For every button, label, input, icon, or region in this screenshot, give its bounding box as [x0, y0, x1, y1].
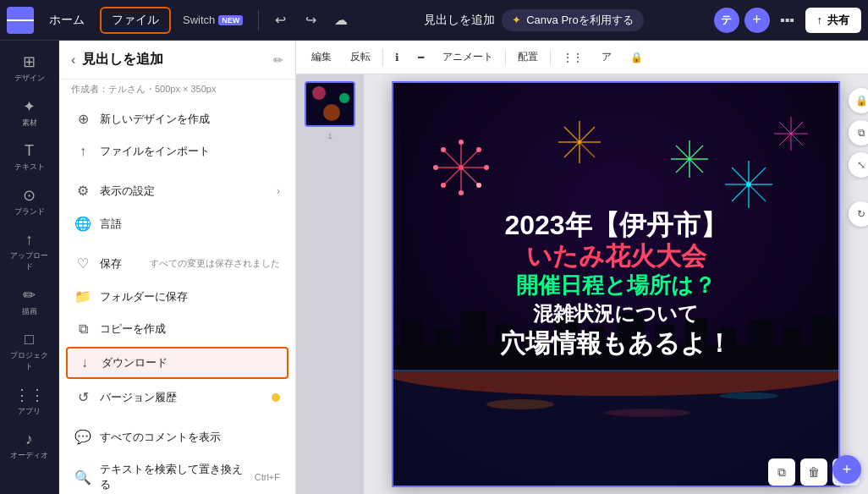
top-toolbar: ホーム ファイル Switch NEW ↩ ↪ ☁ 見出しを追加 ✦ Canva…: [0, 0, 868, 41]
menu-item-copy[interactable]: ⧉ コピーを作成: [59, 313, 295, 345]
info-button[interactable]: ℹ: [388, 49, 406, 66]
sidebar-item-design[interactable]: ⊞ デザイン: [4, 47, 55, 89]
sidebar-item-project[interactable]: □ プロジェクト: [4, 326, 55, 377]
copy-label: コピーを作成: [100, 321, 280, 337]
toolbar-sep-1: [258, 10, 259, 30]
svg-point-3: [323, 104, 340, 121]
canvas-title-4: 混雑状況について: [533, 300, 699, 327]
cloud-save-button[interactable]: ☁: [328, 8, 354, 33]
display-settings-icon: ⚙: [74, 183, 91, 199]
flip-button[interactable]: 反転: [343, 47, 377, 67]
sidebar-item-audio[interactable]: ♪ オーディオ: [4, 425, 55, 466]
animate-button[interactable]: アニメート: [436, 47, 500, 67]
menu-item-new-design[interactable]: ⊕ 新しいデザインを作成: [59, 102, 295, 135]
switch-badge: Switch NEW: [176, 12, 250, 28]
menu-item-import[interactable]: ↑ ファイルをインポート: [59, 135, 295, 167]
format-toolbar: 編集 反転 ℹ ━ アニメート 配置 ⋮⋮ ア 🔒: [296, 41, 868, 74]
canvas-area[interactable]: 2023年【伊丹市】 いたみ花火大会 開催日程と場所は？ 混雑状況について 穴場…: [364, 74, 868, 494]
chart-icon[interactable]: ▪▪▪: [775, 8, 800, 33]
undo-button[interactable]: ↩: [267, 8, 293, 33]
position-button[interactable]: 配置: [511, 47, 545, 67]
switch-label: Switch: [183, 14, 215, 26]
lock-button[interactable]: 🔒: [624, 49, 650, 66]
home-button[interactable]: ホーム: [39, 7, 95, 34]
canvas-frame[interactable]: 2023年【伊丹市】 いたみ花火大会 開催日程と場所は？ 混雑状況について 穴場…: [392, 81, 840, 487]
copy-icon: ⧉: [74, 321, 91, 337]
panel-title: 見出しを追加: [82, 51, 266, 69]
sidebar-item-elements[interactable]: ✦ 素材: [4, 92, 55, 134]
sidebar-item-brand[interactable]: ⊙ ブランド: [4, 181, 55, 222]
arrow-right-icon: ›: [277, 185, 280, 197]
grid-icon[interactable]: ⋮⋮: [556, 49, 590, 66]
text-label: テキスト: [14, 162, 45, 173]
sidebar-item-text[interactable]: T テキスト: [4, 137, 55, 178]
project-label: プロジェクト: [8, 350, 52, 372]
canvas-wrapper: 2023年【伊丹市】 いたみ花火大会 開催日程と場所は？ 混雑状況について 穴場…: [392, 81, 840, 487]
main-area: ⊞ デザイン ✦ 素材 T テキスト ⊙ ブランド ↑ アップロード ✏ 描画 …: [0, 41, 868, 494]
menu-item-language[interactable]: 🌐 言語: [59, 207, 295, 240]
elements-label: 素材: [22, 118, 37, 129]
canva-pro-button[interactable]: ✦ Canva Proを利用する: [502, 9, 643, 31]
user-avatar[interactable]: テ: [714, 8, 739, 33]
edit-button[interactable]: 編集: [305, 47, 338, 67]
menu-item-find-replace[interactable]: 🔍 テキストを検索して置き換える Ctrl+F: [59, 453, 295, 494]
canvas-copy-btn[interactable]: ⧉: [768, 458, 795, 486]
upload-icon: ↑: [25, 231, 33, 249]
add-collaborator-button[interactable]: +: [744, 8, 770, 33]
language-label: 言語: [100, 217, 280, 232]
text-style-button[interactable]: ア: [595, 47, 618, 67]
canvas-refresh-button[interactable]: ↻: [849, 201, 868, 227]
menu-item-version-history[interactable]: ↺ バージョン履歴: [59, 381, 295, 414]
hamburger-button[interactable]: [7, 7, 34, 34]
fab-add-button[interactable]: +: [832, 455, 861, 484]
new-badge: NEW: [218, 15, 243, 25]
save-icon: ♡: [74, 255, 91, 272]
share-button[interactable]: ↑ 共有: [805, 8, 862, 33]
menu-item-save[interactable]: ♡ 保存 すべての変更は保存されました: [59, 247, 295, 280]
apps-icon: ⋮⋮: [14, 386, 45, 404]
upload-label: アップロード: [8, 250, 52, 272]
canva-star-icon: ✦: [512, 14, 521, 26]
panel-subtitle: 作成者：テルさん・500px × 350px: [59, 80, 295, 102]
canvas-expand-button[interactable]: ⤡: [849, 152, 868, 178]
menu-item-download[interactable]: ↓ ダウンロード: [66, 347, 288, 379]
page-thumbnail-1[interactable]: [305, 81, 355, 127]
search-icon: 🔍: [74, 469, 91, 486]
menu-item-display-settings[interactable]: ⚙ 表示の設定 ›: [59, 174, 295, 207]
comments-label: すべてのコメントを表示: [100, 430, 280, 445]
panel-edit-icon[interactable]: ✏: [273, 53, 283, 67]
menu-item-comments[interactable]: 💬 すべてのコメントを表示: [59, 420, 295, 453]
display-settings-label: 表示の設定: [100, 184, 268, 199]
left-sidebar: ⊞ デザイン ✦ 素材 T テキスト ⊙ ブランド ↑ アップロード ✏ 描画 …: [0, 41, 59, 494]
audio-label: オーディオ: [10, 450, 48, 461]
panel-back-button[interactable]: ‹: [71, 52, 75, 68]
panel-header: ‹ 見出しを追加 ✏: [59, 41, 295, 80]
canvas-title-2: いたみ花火大会: [526, 241, 706, 272]
canvas-title-1: 2023年【伊丹市】: [504, 209, 727, 241]
redo-button[interactable]: ↪: [298, 8, 323, 33]
canvas-outer: 1: [296, 74, 868, 494]
sidebar-item-upload[interactable]: ↑ アップロード: [4, 226, 55, 277]
design-label: デザイン: [14, 73, 45, 84]
menu-item-save-folder[interactable]: 📁 フォルダーに保存: [59, 280, 295, 313]
new-design-label: 新しいデザインを作成: [100, 112, 280, 127]
svg-point-1: [312, 86, 326, 100]
subtoolbar-sep-1: [382, 49, 383, 66]
sidebar-item-apps[interactable]: ⋮⋮ アプリ: [4, 381, 55, 422]
import-icon: ↑: [74, 144, 91, 159]
save-label: 保存: [100, 256, 141, 272]
canva-pro-label: Canva Proを利用する: [526, 13, 633, 28]
line-button[interactable]: ━: [411, 49, 431, 66]
canvas-lock-button[interactable]: 🔒: [849, 88, 868, 113]
design-icon: ⊞: [23, 52, 36, 71]
file-button[interactable]: ファイル: [100, 7, 171, 34]
canvas-delete-btn[interactable]: 🗑: [800, 458, 827, 486]
sidebar-item-draw[interactable]: ✏ 描画: [4, 281, 55, 322]
save-status: すべての変更は保存されました: [150, 257, 280, 270]
share-icon: ↑: [817, 14, 823, 26]
audio-icon: ♪: [25, 431, 33, 448]
draw-label: 描画: [22, 306, 37, 317]
canvas-copy-button[interactable]: ⧉: [849, 120, 868, 145]
brand-label: ブランド: [14, 206, 45, 217]
document-title[interactable]: 見出しを追加: [424, 13, 495, 28]
